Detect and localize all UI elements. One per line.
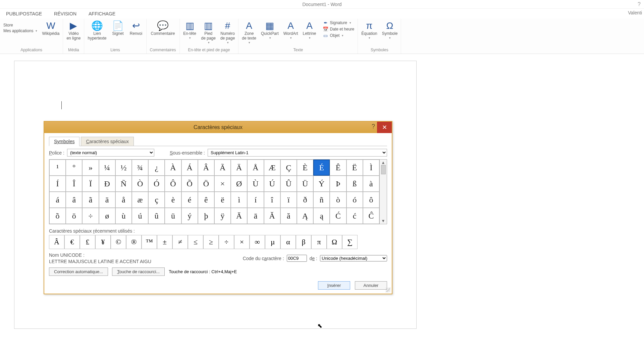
char-cell[interactable]: ß (346, 176, 363, 192)
scroll-up-icon[interactable]: ▲ (381, 160, 385, 165)
char-cell[interactable]: Ù (247, 176, 264, 192)
ribbon-mini-item[interactable]: ▭Objet▾ (323, 33, 355, 38)
char-cell[interactable]: Ê (330, 160, 346, 176)
char-cell[interactable]: ó (346, 192, 363, 208)
char-cell[interactable]: Ý (313, 176, 330, 192)
char-cell[interactable]: â (66, 192, 82, 208)
dialog-titlebar[interactable]: Caractères spéciaux ? ✕ (44, 122, 392, 133)
recent-char-cell[interactable]: ™ (142, 235, 157, 249)
subset-select[interactable]: Supplément Latin-1 (208, 149, 387, 157)
insert-button[interactable]: Insérer (318, 281, 350, 290)
ribbon-mini-item[interactable]: 📅Date et heure (323, 26, 355, 32)
cancel-button[interactable]: Annuler (355, 281, 387, 290)
char-cell[interactable]: ø (99, 208, 115, 224)
char-cell[interactable]: ê (198, 192, 214, 208)
char-cell[interactable]: Ú (264, 176, 280, 192)
char-cell[interactable]: Ü (297, 176, 313, 192)
char-cell[interactable]: ¼ (99, 160, 115, 176)
char-cell[interactable]: ú (132, 208, 148, 224)
char-cell[interactable]: Ì (363, 160, 379, 176)
dialog-close-icon[interactable]: ✕ (377, 122, 392, 133)
char-cell[interactable]: Î (66, 176, 82, 192)
char-cell[interactable]: ï (280, 192, 297, 208)
char-cell[interactable]: ù (115, 208, 132, 224)
char-cell[interactable]: Ø (231, 176, 247, 192)
char-cell[interactable]: Ā (231, 208, 247, 224)
code-input[interactable] (287, 255, 307, 262)
char-cell[interactable]: Ă (264, 208, 280, 224)
char-cell[interactable]: Æ (264, 160, 280, 176)
char-cell[interactable]: Ö (198, 176, 214, 192)
recent-char-cell[interactable]: £ (80, 235, 95, 249)
char-cell[interactable]: Á (181, 160, 198, 176)
recent-char-cell[interactable]: © (111, 235, 126, 249)
char-cell[interactable]: Đ (99, 176, 115, 192)
char-cell[interactable]: É (313, 160, 330, 176)
font-select[interactable]: (texte normal) (67, 149, 154, 157)
char-cell[interactable]: Ï (82, 176, 99, 192)
char-cell[interactable]: ½ (115, 160, 132, 176)
char-cell[interactable]: ö (66, 208, 82, 224)
char-cell[interactable]: å (115, 192, 132, 208)
autocorrect-button[interactable]: Correction automatique... (49, 267, 108, 276)
char-cell[interactable]: ü (165, 208, 181, 224)
ribbon-button[interactable]: 🌐Lienhypertexte (88, 20, 106, 41)
scroll-down-icon[interactable]: ▼ (381, 219, 385, 223)
char-cell[interactable]: Õ (181, 176, 198, 192)
char-cell[interactable]: ë (214, 192, 231, 208)
char-cell[interactable]: Þ (330, 176, 346, 192)
char-cell[interactable]: ÷ (82, 208, 99, 224)
char-cell[interactable]: ¹ (49, 160, 66, 176)
char-cell[interactable]: û (148, 208, 165, 224)
recent-char-cell[interactable]: ≠ (172, 235, 188, 249)
char-cell[interactable]: Í (49, 176, 66, 192)
recent-char-cell[interactable]: µ (265, 235, 280, 249)
char-cell[interactable]: Ã (214, 160, 231, 176)
char-cell[interactable]: Ĉ (363, 208, 379, 224)
tab-publipostage[interactable]: PUBLIPOSTAGE (0, 9, 48, 18)
ribbon-button[interactable]: #Numérode page▾ (220, 20, 235, 44)
recent-char-cell[interactable]: ≥ (203, 235, 219, 249)
char-cell[interactable]: í (247, 192, 264, 208)
recent-char-cell[interactable]: € (64, 235, 80, 249)
ribbon-button[interactable]: AZonede texte▾ (242, 20, 256, 44)
recent-char-cell[interactable]: Ω (327, 235, 342, 249)
char-cell[interactable]: Ä (231, 160, 247, 176)
char-cell[interactable]: À (165, 160, 181, 176)
char-cell[interactable]: × (214, 176, 231, 192)
char-cell[interactable]: ¿ (148, 160, 165, 176)
ribbon-button[interactable]: ▥Piedde page▾ (201, 20, 216, 44)
char-cell[interactable]: Å (247, 160, 264, 176)
resize-grip[interactable] (386, 288, 390, 292)
char-cell[interactable]: î (264, 192, 280, 208)
ribbon-button[interactable]: ↩Renvoi (129, 20, 143, 36)
char-cell[interactable]: ă (280, 208, 297, 224)
help-icon[interactable]: ? (638, 0, 641, 9)
char-cell[interactable]: º (66, 160, 82, 176)
grid-scrollbar[interactable]: ▲ ▼ (379, 160, 387, 224)
ribbon-mini-item[interactable]: ✒Signature▾ (323, 20, 355, 25)
char-cell[interactable]: æ (132, 192, 148, 208)
recent-char-cell[interactable]: ® (126, 235, 142, 249)
char-cell[interactable]: ñ (313, 192, 330, 208)
recent-char-cell[interactable]: ± (157, 235, 172, 249)
tab-symbols[interactable]: Symboles (49, 137, 79, 146)
char-cell[interactable]: Ć (330, 208, 346, 224)
recent-char-cell[interactable]: Â (49, 235, 64, 249)
char-cell[interactable]: õ (49, 208, 66, 224)
recent-char-cell[interactable]: π (311, 235, 327, 249)
recent-char-cell[interactable]: ∑ (342, 235, 358, 249)
char-cell[interactable]: » (82, 160, 99, 176)
ribbon-button[interactable]: ▶Vidéoen ligne (66, 20, 80, 41)
char-cell[interactable]: é (181, 192, 198, 208)
recent-char-cell[interactable]: ∞ (250, 235, 265, 249)
dialog-help-icon[interactable]: ? (372, 123, 375, 130)
ribbon-button[interactable]: 📄Signet (111, 20, 125, 36)
char-cell[interactable]: Û (280, 176, 297, 192)
char-cell[interactable]: Ó (148, 176, 165, 192)
from-select[interactable]: Unicode (hexadécimal) (320, 255, 387, 261)
scroll-thumb[interactable] (381, 165, 386, 174)
recent-char-cell[interactable]: ÷ (219, 235, 234, 249)
char-cell[interactable]: Â (198, 160, 214, 176)
char-cell[interactable]: Ą (297, 208, 313, 224)
